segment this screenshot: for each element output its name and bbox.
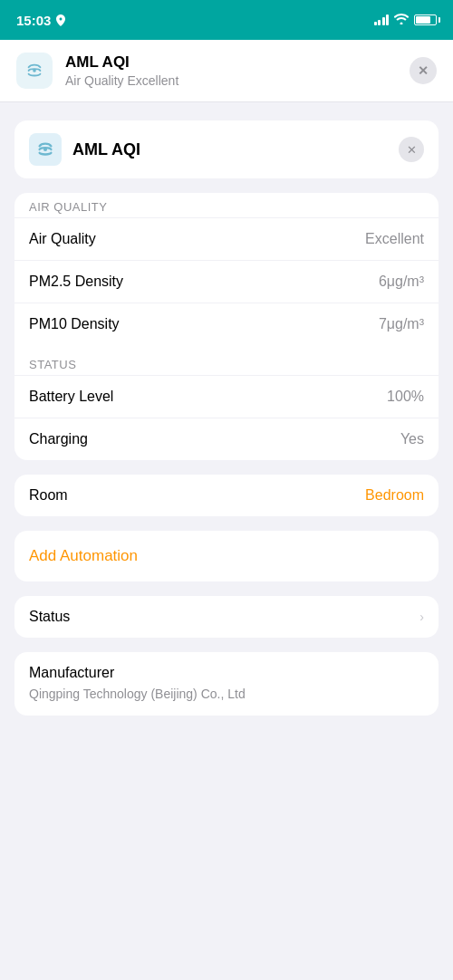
header-text: AML AQI Air Quality Excellent (65, 53, 410, 88)
time-label: 15:03 (16, 13, 51, 28)
header-device-icon (16, 53, 53, 89)
pm25-row: PM2.5 Density 6μg/m³ (14, 260, 439, 303)
status-bar-left: 15:03 (16, 13, 65, 28)
air-quality-row: Air Quality Excellent (14, 217, 439, 260)
manufacturer-card: Manufacturer Qingping Technology (Beijin… (14, 652, 439, 716)
svg-point-1 (44, 149, 46, 150)
add-automation-button[interactable]: Add Automation (14, 531, 439, 581)
status-card[interactable]: Status › (14, 596, 439, 638)
device-card-title: AML AQI (72, 140, 399, 159)
room-value: Bedroom (365, 487, 424, 504)
battery-value: 100% (387, 389, 424, 405)
add-automation-label: Add Automation (29, 547, 138, 565)
chevron-right-icon: › (419, 610, 424, 624)
manufacturer-label: Manufacturer (29, 665, 114, 681)
battery-label: Battery Level (29, 389, 113, 405)
header-close-button[interactable]: ✕ (410, 57, 437, 84)
air-quality-section-label: AIR QUALITY (14, 193, 439, 217)
signal-icon (374, 14, 390, 25)
air-quality-label: Air Quality (29, 231, 96, 247)
wifi-icon (394, 14, 409, 27)
pm10-label: PM10 Density (29, 316, 120, 332)
pm25-value: 6μg/m³ (379, 274, 424, 290)
status-chevron: › (419, 610, 424, 624)
charging-label: Charging (29, 431, 88, 447)
device-name-card: AML AQI ✕ (14, 120, 439, 178)
device-close-button[interactable]: ✕ (399, 137, 424, 162)
manufacturer-row: Manufacturer (14, 652, 439, 687)
air-quality-card: AIR QUALITY Air Quality Excellent PM2.5 … (14, 193, 439, 460)
device-card-icon (29, 133, 62, 166)
svg-point-0 (34, 70, 35, 72)
room-card[interactable]: Room Bedroom (14, 475, 439, 516)
app-header: AML AQI Air Quality Excellent ✕ (0, 40, 453, 102)
room-row[interactable]: Room Bedroom (14, 475, 439, 516)
status-label: Status (29, 609, 70, 625)
manufacturer-value: Qingping Technology (Beijing) Co., Ltd (14, 687, 439, 716)
charging-row: Charging Yes (14, 418, 439, 460)
add-automation-card[interactable]: Add Automation (14, 531, 439, 581)
status-section-label: STATUS (14, 351, 439, 375)
status-bar-right (374, 14, 438, 27)
pm10-value: 7μg/m³ (379, 316, 424, 332)
status-row[interactable]: Status › (14, 596, 439, 638)
device-title-row: AML AQI ✕ (14, 120, 439, 178)
room-label: Room (29, 487, 68, 504)
pm10-row: PM10 Density 7μg/m³ (14, 303, 439, 345)
header-title: AML AQI (65, 53, 410, 72)
location-icon (56, 14, 65, 26)
charging-value: Yes (400, 431, 424, 447)
main-content: AML AQI ✕ AIR QUALITY Air Quality Excell… (0, 102, 453, 734)
status-bar: 15:03 (0, 0, 453, 40)
battery-icon (414, 14, 437, 25)
header-subtitle: Air Quality Excellent (65, 73, 410, 88)
pm25-label: PM2.5 Density (29, 274, 123, 290)
air-quality-value: Excellent (365, 231, 424, 247)
battery-row: Battery Level 100% (14, 375, 439, 418)
